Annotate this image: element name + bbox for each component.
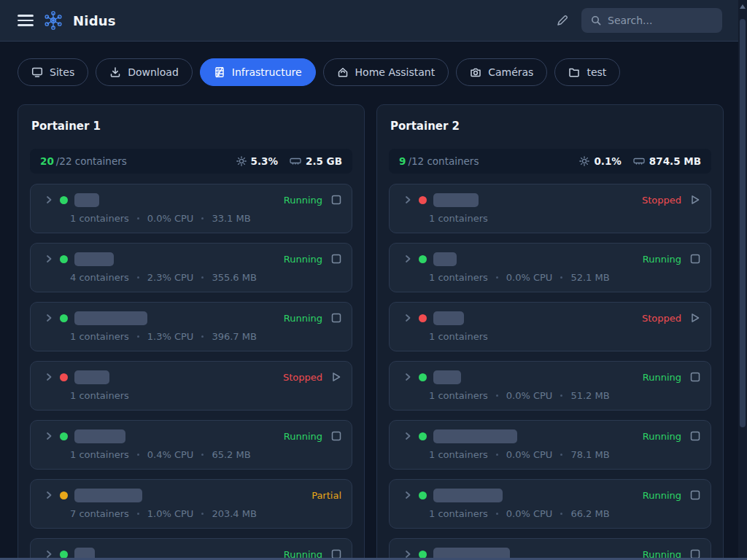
container-name-redacted [74, 489, 142, 502]
status-label: Partial [311, 490, 341, 501]
scroll-up-arrow-icon[interactable] [740, 4, 746, 9]
status-dot-icon [60, 491, 68, 499]
app-logo-molecule-icon [42, 9, 64, 31]
status-label: Running [643, 431, 681, 442]
meta-value: 33.1 MB [212, 213, 250, 224]
container-row[interactable]: Running 1 containers0.0% CPU66.2 MB [389, 479, 711, 529]
stop-icon[interactable] [331, 431, 341, 441]
status-label: Running [284, 254, 322, 265]
chevron-right-icon[interactable] [404, 373, 411, 381]
meta-value: 1.3% CPU [147, 331, 194, 342]
stop-icon[interactable] [690, 372, 700, 382]
container-row[interactable]: Running 1 containers0.4% CPU65.2 MB [30, 420, 352, 470]
container-row[interactable]: Running 1 containers1.3% CPU396.7 MB [30, 302, 352, 351]
camera-icon [470, 66, 481, 78]
status-label: Running [284, 313, 322, 324]
container-row[interactable]: Running 1 containers0.0% CPU78.1 MB [389, 420, 711, 470]
memory-usage: 2.5 GB [290, 155, 342, 167]
container-meta: 7 containers1.0% CPU203.4 MB [70, 508, 341, 519]
tab-infrastructure[interactable]: Infrastructure [200, 58, 316, 86]
tab-cameras[interactable]: Caméras [456, 58, 547, 86]
status-dot-icon [419, 551, 427, 559]
status-dot-icon [419, 314, 427, 322]
container-row[interactable]: Stopped 1 containers [30, 361, 352, 411]
container-name-redacted [74, 311, 147, 325]
search-input[interactable] [608, 15, 713, 26]
meta-value: 1 containers [70, 213, 129, 224]
stop-icon[interactable] [690, 431, 700, 441]
container-list: Running 1 containers0.0% CPU33.1 MB [30, 184, 352, 560]
tab-test[interactable]: test [554, 58, 620, 86]
status-label: Running [643, 254, 681, 265]
chevron-right-icon[interactable] [404, 491, 411, 499]
container-row[interactable]: Partial 7 containers1.0% CPU203.4 MB [30, 479, 352, 529]
container-row[interactable]: Running 1 containers0.0% CPU85.9 MB [30, 538, 352, 560]
stop-icon[interactable] [331, 254, 341, 264]
chevron-right-icon[interactable] [45, 195, 53, 204]
container-row[interactable]: Running 4 containers2.3% CPU355.6 MB [30, 243, 352, 292]
play-icon[interactable] [690, 195, 700, 205]
container-row[interactable]: Running 1 containers0.0% CPU33.1 MB [30, 184, 352, 233]
status-label: Stopped [642, 195, 681, 206]
tab-sites[interactable]: Sites [18, 58, 88, 86]
tab-home-assistant[interactable]: Home Assistant [323, 58, 449, 86]
chevron-right-icon[interactable] [404, 195, 411, 204]
container-meta: 1 containers [429, 213, 700, 224]
container-row[interactable]: Running 1 containers0.0% CPU52.1 MB [389, 243, 711, 292]
container-name-redacted [74, 252, 114, 266]
meta-value: 0.0% CPU [506, 390, 553, 401]
container-meta: 1 containers [70, 390, 341, 401]
container-meta: 1 containers1.3% CPU396.7 MB [70, 331, 341, 342]
container-row[interactable]: Running 1 containers0.0% CPU51.2 MB [389, 361, 711, 411]
stop-icon[interactable] [690, 490, 700, 500]
container-list: Stopped 1 containers [389, 184, 711, 560]
container-row[interactable]: Stopped 1 containers [389, 184, 711, 233]
chevron-right-icon[interactable] [45, 254, 53, 263]
container-name-redacted [74, 429, 125, 443]
container-name-redacted [433, 252, 457, 266]
container-name-redacted [433, 311, 464, 325]
play-icon[interactable] [690, 313, 700, 323]
chevron-right-icon[interactable] [45, 314, 53, 322]
chevron-right-icon[interactable] [404, 314, 411, 322]
network-rack-icon [214, 66, 225, 78]
stop-icon[interactable] [331, 313, 341, 323]
search-box [581, 8, 722, 33]
meta-value: 1.0% CPU [147, 508, 194, 519]
container-name-redacted [433, 489, 503, 502]
pencil-icon[interactable] [555, 13, 570, 28]
status-dot-icon [419, 373, 427, 381]
memory-usage: 874.5 MB [633, 155, 701, 167]
meta-value: 1 containers [429, 272, 488, 283]
tab-download[interactable]: Download [96, 58, 193, 86]
meta-value: 0.0% CPU [506, 272, 553, 283]
meta-value: 65.2 MB [212, 449, 250, 460]
chevron-right-icon[interactable] [404, 432, 411, 440]
menu-icon[interactable] [18, 15, 34, 26]
meta-value: 1 containers [429, 390, 488, 401]
stop-icon[interactable] [331, 195, 341, 205]
category-tabs: Sites Download Infrastructure Home [0, 42, 747, 86]
scrollbar-thumb[interactable] [740, 19, 746, 427]
chevron-right-icon[interactable] [45, 432, 53, 440]
chevron-right-icon[interactable] [404, 254, 411, 263]
chevron-right-icon[interactable] [45, 491, 53, 499]
meta-value: 4 containers [70, 272, 129, 283]
status-label: Stopped [642, 313, 681, 324]
container-row[interactable]: Stopped 1 containers [389, 302, 711, 351]
cpu-usage: 0.1% [579, 155, 621, 167]
container-meta: 1 containers0.0% CPU66.2 MB [429, 508, 700, 519]
containers-count: 20/22 containers [40, 155, 127, 167]
container-meta: 1 containers0.0% CPU78.1 MB [429, 449, 700, 460]
play-icon[interactable] [331, 372, 341, 382]
app-header: Nidus [0, 0, 747, 42]
container-name-redacted [433, 193, 479, 207]
status-dot-icon [60, 196, 68, 204]
status-label: Running [643, 372, 681, 383]
chevron-right-icon[interactable] [45, 373, 53, 381]
vertical-scrollbar[interactable] [738, 0, 747, 560]
container-meta: 1 containers0.0% CPU33.1 MB [70, 213, 341, 224]
stop-icon[interactable] [690, 254, 700, 264]
container-row[interactable]: Running 1 containers0.0% CPU36.8 MB [389, 538, 711, 560]
panel-stats-bar: 9/12 containers 0.1% [389, 149, 711, 174]
